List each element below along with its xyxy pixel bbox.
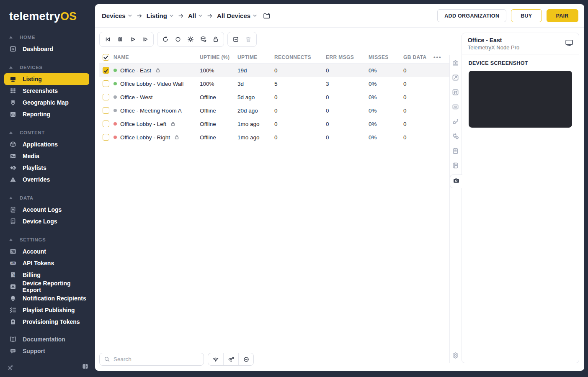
sidebar-item-label: Device Logs xyxy=(23,218,57,225)
trash-icon[interactable] xyxy=(242,33,254,45)
row-checkbox[interactable] xyxy=(103,67,109,74)
buy-button[interactable]: BUY xyxy=(511,9,542,22)
err-msgs-cell: 0 xyxy=(326,94,369,100)
table-row[interactable]: Office Lobby - Video Wall 100% 3d 5 3 0%… xyxy=(99,77,449,90)
sidebar-item-account-logs[interactable]: Account Logs xyxy=(4,204,89,215)
section-header-devices[interactable]: DEVICES xyxy=(0,62,94,73)
table-row[interactable]: Office Lobby - Right Offline 1mo ago 0 0… xyxy=(99,131,449,144)
collapse-sidebar-icon[interactable] xyxy=(82,363,88,371)
integration-icon[interactable] xyxy=(450,131,461,141)
play-icon[interactable] xyxy=(127,33,139,45)
breadcrumb-all[interactable]: All xyxy=(188,12,203,19)
table-row[interactable]: Office Lobby - Left Offline 1mo ago 0 0 … xyxy=(99,117,449,131)
bank-icon[interactable] xyxy=(450,57,461,68)
theme-toggle-icon[interactable] xyxy=(7,364,14,371)
section-label: SETTINGS xyxy=(20,237,46,242)
offline-circle-icon[interactable] xyxy=(238,353,253,365)
sidebar-item-overrides[interactable]: Overrides xyxy=(4,174,89,185)
sidebar-item-listing[interactable]: Listing xyxy=(4,73,89,85)
search-input[interactable] xyxy=(113,356,199,362)
breadcrumb-listing[interactable]: Listing xyxy=(147,12,174,19)
row-checkbox[interactable] xyxy=(103,94,109,100)
sidebar-item-label: Dashboard xyxy=(23,46,53,52)
circle-icon[interactable] xyxy=(172,33,184,45)
sidebar-item-media[interactable]: Media xyxy=(4,150,89,162)
skip-back-icon[interactable] xyxy=(102,33,113,45)
tab-device-screenshot[interactable] xyxy=(450,174,462,188)
column-header-gb-data[interactable]: GB DATA xyxy=(403,54,433,60)
database-sync-icon[interactable] xyxy=(197,33,209,45)
folder-plus-icon[interactable] xyxy=(263,13,271,19)
section-header-home[interactable]: HOME xyxy=(0,31,94,43)
sidebar-item-geographic-map[interactable]: Geographic Map xyxy=(4,97,89,108)
sidebar-item-notification-recipients[interactable]: Notification Recipients xyxy=(4,292,89,304)
sidebar-item-playlists[interactable]: Playlists xyxy=(4,162,89,174)
sidebar-item-playlist-publishing[interactable]: Playlist Publishing xyxy=(4,304,89,316)
column-header-misses[interactable]: MISSES xyxy=(369,54,403,60)
debug-icon[interactable] xyxy=(185,33,196,45)
checklist-icon xyxy=(8,307,18,313)
clipboard-icon[interactable] xyxy=(450,145,461,156)
add-organization-button[interactable]: ADD ORGANIZATION xyxy=(437,9,506,22)
restart-icon[interactable] xyxy=(160,33,171,45)
ellipsis-icon[interactable]: ••• xyxy=(433,54,442,60)
search-icon xyxy=(104,356,110,362)
unlock-icon[interactable] xyxy=(210,33,222,45)
uptime-cell: 20d ago xyxy=(237,108,274,114)
kiosk-icon[interactable] xyxy=(450,101,461,112)
status-dot xyxy=(113,136,117,139)
sidebar-item-device-reporting-export[interactable]: Device Reporting Export xyxy=(4,281,89,292)
wifi-off-icon[interactable] xyxy=(223,353,238,365)
err-msgs-cell: 0 xyxy=(326,134,369,141)
sort-arrows-icon[interactable] xyxy=(450,87,461,97)
sidebar-item-label: Support xyxy=(23,348,45,354)
select-all-checkbox[interactable] xyxy=(103,54,109,61)
table-row[interactable]: Office - West Offline 5d ago 0 0 0% 0 xyxy=(99,90,449,104)
sidebar-item-account[interactable]: Account xyxy=(4,246,89,257)
column-header-reconnects[interactable]: RECONNECTS xyxy=(274,54,326,60)
gear-icon[interactable] xyxy=(450,350,461,361)
row-checkbox[interactable] xyxy=(103,80,109,87)
column-header-uptime-pct[interactable]: UPTIME (%) xyxy=(200,54,237,60)
sidebar-item-reporting[interactable]: Reporting xyxy=(4,108,89,120)
sidebar-item-applications[interactable]: Applications xyxy=(4,138,89,150)
breadcrumb-all-devices[interactable]: All Devices xyxy=(217,12,257,19)
sidebar-item-support[interactable]: Support xyxy=(4,345,89,357)
pause-icon[interactable] xyxy=(114,33,126,45)
select-none-icon[interactable] xyxy=(230,33,242,45)
journal-icon[interactable] xyxy=(450,160,461,171)
device-screenshot[interactable] xyxy=(469,71,572,128)
sidebar-item-documentation[interactable]: Documentation xyxy=(4,333,89,345)
brand-accent: OS xyxy=(60,10,77,23)
column-header-name[interactable]: NAME xyxy=(113,54,200,60)
section-header-settings[interactable]: SETTINGS xyxy=(0,234,94,246)
row-checkbox[interactable] xyxy=(103,107,109,114)
monitor-icon[interactable] xyxy=(565,38,574,47)
wifi-on-icon[interactable] xyxy=(208,353,223,365)
sidebar-item-dashboard[interactable]: Dashboard xyxy=(4,43,89,55)
sidebar-item-billing[interactable]: $ Billing xyxy=(4,269,89,281)
chevron-down-icon xyxy=(253,13,257,18)
device-detail-body: DEVICE SCREENSHOT xyxy=(462,54,579,363)
column-header-uptime[interactable]: UPTIME xyxy=(237,54,274,60)
sidebar-item-screenshots[interactable]: Screenshots xyxy=(4,85,89,97)
uptime-cell: 5d ago xyxy=(237,94,274,100)
skip-forward-icon[interactable] xyxy=(139,33,151,45)
plugs-icon[interactable] xyxy=(450,116,461,127)
table-row[interactable]: Office - East 100% 19d 0 0 0% 0 xyxy=(99,64,449,77)
breadcrumb-devices[interactable]: Devices xyxy=(102,12,132,19)
sidebar-item-api-tokens[interactable]: API API Tokens xyxy=(4,257,89,269)
device-name: Office - Meeting Room A xyxy=(120,108,182,114)
column-header-err-msgs[interactable]: ERR MSGS xyxy=(326,54,369,60)
sidebar-item-label: Playlists xyxy=(23,164,46,171)
sidebar-item-provisioning-tokens[interactable]: Provisioning Tokens xyxy=(4,316,89,328)
row-checkbox[interactable] xyxy=(103,121,109,127)
section-header-data[interactable]: DATA xyxy=(0,192,94,204)
sidebar-item-device-logs[interactable]: Device Logs xyxy=(4,215,89,227)
row-checkbox[interactable] xyxy=(103,134,109,141)
section-label: DATA xyxy=(20,195,34,200)
table-row[interactable]: Office - Meeting Room A Offline 20d ago … xyxy=(99,104,449,117)
preview-icon[interactable] xyxy=(450,72,461,83)
pair-button[interactable]: PAIR xyxy=(547,9,578,22)
section-header-content[interactable]: CONTENT xyxy=(0,127,94,138)
